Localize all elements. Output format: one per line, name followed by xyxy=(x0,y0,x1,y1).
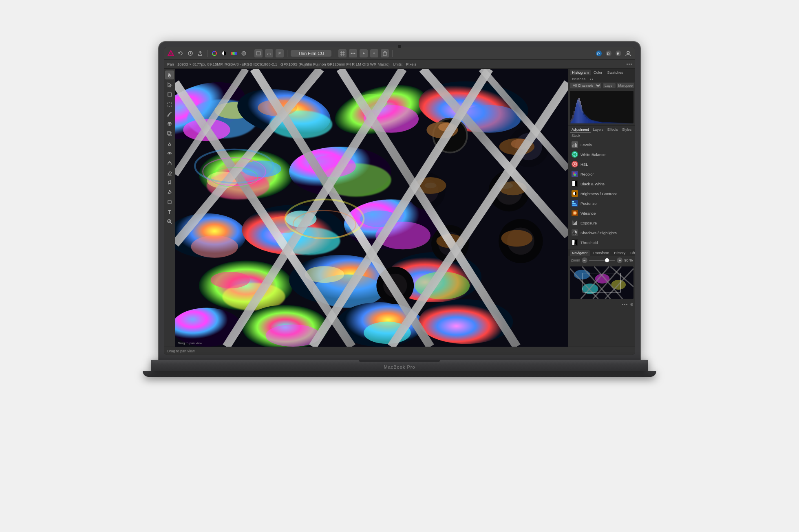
pen-tool[interactable] xyxy=(165,188,174,197)
info-bar-menu[interactable] xyxy=(627,64,632,65)
rotate-left-icon[interactable] xyxy=(177,50,184,57)
adj-tab-layers[interactable]: Layers xyxy=(592,127,605,132)
select-tool[interactable] xyxy=(165,80,174,89)
fill-tool[interactable] xyxy=(165,178,174,187)
red-eye-tool[interactable] xyxy=(165,149,174,158)
adj-item-white-balance[interactable]: White Balance xyxy=(570,149,633,159)
svg-rect-166 xyxy=(572,181,575,186)
color-multi-icon[interactable] xyxy=(230,50,238,57)
svg-line-177 xyxy=(574,240,575,245)
zoom-value: 90 % xyxy=(624,258,633,262)
adj-item-black-white[interactable]: Black & White xyxy=(570,179,633,189)
adj-item-shadows-highlights[interactable]: Shadows / Highlights xyxy=(570,228,633,237)
macbook-brand: MacBook Pro xyxy=(384,365,415,369)
adj-tab-styles[interactable]: Styles xyxy=(620,127,633,132)
wand-btn[interactable]: ⌖ xyxy=(370,49,378,57)
histogram-tabs: Histogram Color Swatches Brushes xyxy=(568,69,635,82)
trash-toolbar-btn[interactable] xyxy=(381,49,389,57)
hsl-label: HSL xyxy=(580,162,588,167)
adj-item-exposure[interactable]: Exposure xyxy=(570,218,633,228)
tab-color[interactable]: Color xyxy=(592,70,605,75)
macbook-lid: P Thin Film CU xyxy=(159,42,640,360)
exposure-label: Exposure xyxy=(580,221,597,225)
history-icon[interactable] xyxy=(187,50,194,57)
share-icon[interactable] xyxy=(196,50,204,57)
layer-btn[interactable]: Layer xyxy=(603,83,616,88)
color-wheel-icon[interactable] xyxy=(211,50,218,57)
adj-item-threshold[interactable]: Threshold xyxy=(570,237,633,247)
affinity-logo-icon[interactable] xyxy=(167,50,174,57)
nav-tabs: Navigator Transform History Channels xyxy=(568,249,635,256)
nav-bottom-dots[interactable] xyxy=(622,302,627,307)
zoom-row: Zoom − + 90 % xyxy=(568,256,635,265)
adj-item-levels[interactable]: Levels xyxy=(570,140,633,149)
channel-row: All Channels Layer Marquee xyxy=(568,82,635,89)
adj-item-hsl[interactable]: HSL xyxy=(570,159,633,169)
liquify-tool[interactable] xyxy=(165,158,174,167)
zoom-tool[interactable] xyxy=(165,217,174,226)
svg-point-17 xyxy=(351,53,352,54)
histogram-menu[interactable] xyxy=(590,76,593,82)
zoom-minus-btn[interactable]: − xyxy=(582,257,587,263)
svg-rect-38 xyxy=(168,200,171,204)
black-white-label: Black & White xyxy=(580,182,605,186)
svg-rect-167 xyxy=(575,181,577,186)
tab-histogram[interactable]: Histogram xyxy=(570,70,591,75)
channel-select[interactable]: All Channels xyxy=(570,83,601,88)
zoom-plus-btn[interactable]: + xyxy=(617,257,622,263)
user-icon[interactable] xyxy=(625,50,632,57)
tab-history[interactable]: History xyxy=(612,250,627,256)
mask-btn[interactable]: P xyxy=(276,49,284,57)
svg-rect-169 xyxy=(572,204,577,206)
paint-brush-tool[interactable] xyxy=(165,110,174,119)
text-tool[interactable]: T xyxy=(165,207,174,216)
navigator-section: Navigator Transform History Channels xyxy=(568,249,635,347)
svg-point-168 xyxy=(573,192,576,195)
tab-brushes[interactable]: Brushes xyxy=(570,76,587,82)
adj-tab-effects[interactable]: Effects xyxy=(606,127,620,132)
recolor-label: Recolor xyxy=(580,172,594,176)
dodge-burn-tool[interactable] xyxy=(165,139,174,148)
document-title-field[interactable]: Thin Film CU xyxy=(291,50,331,57)
nav-preview[interactable] xyxy=(570,266,633,299)
drag-hint-bottom: Drag to pan view. xyxy=(167,349,196,353)
selection-brush-tool[interactable] xyxy=(165,100,174,109)
svg-text:D: D xyxy=(607,52,610,56)
adj-item-posterize[interactable]: Posterize xyxy=(570,198,633,208)
healing-tool[interactable] xyxy=(165,119,174,128)
adj-item-vibrance[interactable]: Vibrance xyxy=(570,208,633,218)
personas-icon-3[interactable]: E xyxy=(615,50,622,57)
erase-tool[interactable] xyxy=(165,168,174,177)
settings-icon[interactable]: ⚙ xyxy=(630,302,633,307)
tab-channels[interactable]: Channels xyxy=(628,250,635,256)
personas-icon-2[interactable]: D xyxy=(605,50,612,57)
adj-item-brightness-contrast[interactable]: Brightness / Contrast xyxy=(570,189,633,198)
tab-transform[interactable]: Transform xyxy=(591,250,611,256)
grid-icon[interactable] xyxy=(338,49,347,57)
clone-tool[interactable] xyxy=(165,129,174,138)
exposure-icon[interactable] xyxy=(221,50,228,57)
svg-rect-157 xyxy=(576,144,577,147)
tab-navigator[interactable]: Navigator xyxy=(570,250,590,256)
dots-btn[interactable] xyxy=(349,49,357,57)
lasso-btn[interactable] xyxy=(265,49,273,57)
circle-btn-icon[interactable] xyxy=(240,50,247,57)
tab-swatches[interactable]: Swatches xyxy=(605,70,625,75)
dot-3 xyxy=(631,64,632,65)
svg-rect-170 xyxy=(572,203,576,204)
arrow-toolbar-btn[interactable] xyxy=(360,49,368,57)
crop-tool[interactable] xyxy=(165,90,174,99)
shape-tool[interactable] xyxy=(165,198,174,207)
histogram-section: Histogram Color Swatches Brushes xyxy=(568,69,635,125)
frame-view-btn[interactable] xyxy=(254,49,263,57)
adj-item-recolor[interactable]: Recolor xyxy=(570,169,633,179)
hand-tool[interactable] xyxy=(165,70,174,79)
svg-point-110 xyxy=(501,230,532,247)
marquee-btn[interactable]: Marquee xyxy=(617,83,635,88)
personas-icon-1[interactable]: P xyxy=(595,50,603,57)
canvas-area[interactable]: Drag to pan view. xyxy=(175,69,568,347)
adj-tab-adjustment[interactable]: Adjustment xyxy=(570,127,591,132)
svg-point-29 xyxy=(627,51,629,54)
zoom-slider[interactable] xyxy=(589,260,615,261)
adj-tab-stock[interactable]: Stock xyxy=(570,133,582,138)
